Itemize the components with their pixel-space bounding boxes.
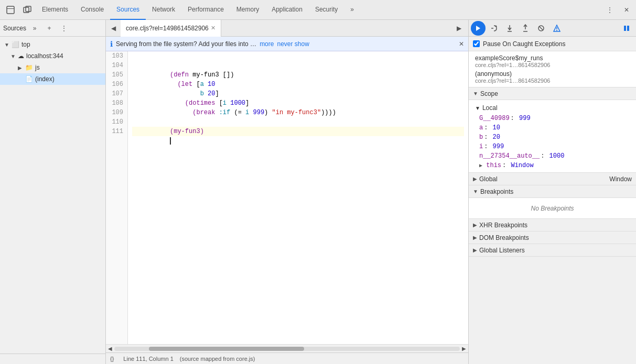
line-num-103: 103 — [110, 51, 123, 61]
code-line-104: (defn my-fun3 []) — [132, 61, 464, 70]
global-header[interactable]: ▶ Global Window — [469, 173, 636, 185]
breakpoints-content: No Breakpoints — [469, 198, 636, 219]
chevron-double-right-icon[interactable]: » — [28, 22, 41, 35]
close-devtools-icon[interactable]: ✕ — [619, 3, 634, 17]
global-listeners-header[interactable]: ▶ Global Listeners — [469, 244, 636, 257]
tree-item-localhost[interactable]: ▼ ☁ localhost:344 — [0, 50, 105, 62]
code-editor[interactable]: 103 104 105 106 107 108 109 110 111 (def… — [106, 51, 468, 344]
tab-more[interactable]: » — [344, 0, 360, 20]
step-over-button[interactable] — [487, 21, 501, 36]
folder-icon: 📁 — [25, 64, 33, 71]
tab-console[interactable]: Console — [74, 0, 110, 20]
pause-on-exception-icon[interactable] — [549, 21, 564, 36]
scroll-right-icon[interactable]: ▶ — [462, 346, 466, 351]
breakpoints-title: Breakpoints — [480, 188, 513, 195]
tab-application[interactable]: Application — [265, 0, 309, 20]
window-icon: ⬜ — [12, 41, 19, 48]
more-options-icon[interactable]: ⋮ — [58, 22, 70, 35]
editor-tab-core[interactable]: core.cljs?rel=1498614582906 ✕ — [121, 20, 221, 37]
global-value: Window — [609, 175, 632, 183]
tree-item-js[interactable]: ▶ 📁 js — [0, 62, 105, 73]
dom-breakpoints-header[interactable]: ▶ DOM Breakpoints — [469, 231, 636, 244]
tree-item-index-label: (index) — [35, 75, 55, 83]
scope-arrow-icon: ▼ — [473, 91, 478, 96]
scope-title: Scope — [480, 90, 498, 97]
call-stack-entry-2[interactable]: (anonymous) core.cljs?rel=1…8614582906 — [469, 69, 636, 85]
pause-resume-button[interactable] — [471, 21, 486, 36]
deactivate-breakpoints-icon[interactable] — [534, 21, 548, 36]
tree-item-top-label: top — [21, 41, 30, 48]
tree-item-js-label: js — [35, 64, 40, 71]
tree-item-top[interactable]: ▼ ⬜ top — [0, 39, 105, 50]
line-num-108: 108 — [110, 98, 123, 108]
debugger-toolbar — [469, 20, 636, 37]
editor-tab-bar: ◀ core.cljs?rel=1498614582906 ✕ ▶ — [106, 20, 468, 37]
breakpoints-header[interactable]: ▼ Breakpoints — [469, 185, 636, 198]
sources-secondary-bar: Sources » + ⋮ — [0, 20, 105, 37]
settings-icon[interactable]: ⋮ — [602, 3, 617, 17]
horizontal-scrollbar-track[interactable] — [114, 347, 460, 351]
dom-arrow-icon: ▶ — [473, 235, 477, 240]
file-sidebar: Sources » + ⋮ ▼ ⬜ top ▼ ☁ localhost:344 … — [0, 20, 106, 364]
local-title: Local — [482, 104, 498, 112]
line-num-109: 109 — [110, 108, 123, 117]
undock-icon[interactable] — [19, 0, 36, 20]
format-icon[interactable]: {} — [110, 356, 114, 362]
add-source-icon[interactable]: + — [43, 22, 56, 35]
call-stack-name-1: exampleScore$my_runs — [475, 54, 630, 62]
line-num-106: 106 — [110, 80, 123, 89]
line-num-111: 111 — [110, 127, 123, 136]
sidebar-resize-handle — [0, 354, 105, 364]
scope-item-i: i: 999 — [469, 142, 636, 151]
this-expand-icon: ▶ — [479, 163, 482, 169]
right-panel: Pause On Caught Exceptions exampleScore$… — [468, 20, 636, 364]
tab-sources[interactable]: Sources — [110, 0, 146, 20]
line-numbers: 103 104 105 106 107 108 109 110 111 — [106, 51, 128, 344]
step-into-button[interactable] — [502, 21, 517, 36]
pause-on-exceptions-label: Pause On Caught Exceptions — [483, 40, 565, 48]
info-more-link[interactable]: more — [260, 40, 274, 48]
code-content[interactable]: (defn my-fun3 []) (let [a 10 b 20] (doti… — [128, 51, 468, 344]
tab-network[interactable]: Network — [146, 0, 181, 20]
arrow-down-icon: ▼ — [4, 42, 12, 48]
file-icon: 📄 — [25, 75, 33, 83]
svg-point-14 — [556, 30, 557, 31]
tab-memory[interactable]: Memory — [230, 0, 265, 20]
scope-section: ▼ Scope ▼ Local G__40989: 999 a: 10 b: 2… — [469, 87, 636, 364]
main-layout: Sources » + ⋮ ▼ ⬜ top ▼ ☁ localhost:344 … — [0, 20, 636, 364]
line-num-110: 110 — [110, 117, 123, 127]
breakpoints-arrow-icon: ▼ — [473, 189, 478, 194]
svg-line-11 — [539, 26, 543, 30]
xhr-arrow-icon: ▶ — [473, 222, 477, 228]
scope-item-g40989: G__40989: 999 — [469, 114, 636, 123]
dock-icon[interactable] — [2, 0, 19, 20]
xhr-breakpoints-header[interactable]: ▶ XHR Breakpoints — [469, 219, 636, 231]
info-close-icon[interactable]: ✕ — [459, 40, 464, 48]
tab-performance[interactable]: Performance — [181, 0, 230, 20]
cloud-icon: ☁ — [18, 52, 24, 60]
cursor-position: Line 111, Column 1 — [123, 356, 173, 362]
info-never-show-link[interactable]: never show — [277, 40, 309, 48]
local-header[interactable]: ▼ Local — [469, 102, 636, 114]
editor-scrollbar[interactable]: ◀ ▶ — [106, 344, 468, 352]
tree-item-index[interactable]: 📄 (index) — [0, 73, 105, 85]
step-out-button[interactable] — [518, 21, 533, 36]
editor-area: ◀ core.cljs?rel=1498614582906 ✕ ▶ ℹ Serv… — [106, 20, 468, 364]
code-line-103 — [132, 51, 464, 61]
arrow-down-icon: ▼ — [10, 53, 18, 59]
editor-run-icon[interactable]: ▶ — [452, 22, 465, 35]
editor-tab-close-icon[interactable]: ✕ — [211, 25, 215, 31]
dom-breakpoints-title: DOM Breakpoints — [479, 234, 529, 241]
scope-item-this[interactable]: ▶ this: Window — [469, 161, 636, 170]
tab-elements[interactable]: Elements — [36, 0, 74, 20]
tab-security[interactable]: Security — [309, 0, 344, 20]
pause-indicator — [619, 21, 634, 36]
code-line-110: (my-fun3) — [132, 117, 464, 127]
call-stack-entry-1[interactable]: exampleScore$my_runs core.cljs?rel=1…861… — [469, 53, 636, 69]
horizontal-scrollbar-thumb[interactable] — [149, 347, 305, 351]
pause-on-exceptions-checkbox[interactable] — [473, 40, 480, 47]
scope-header[interactable]: ▼ Scope — [469, 87, 636, 100]
editor-nav-back-icon[interactable]: ◀ — [106, 20, 121, 37]
scroll-left-icon[interactable]: ◀ — [108, 346, 112, 351]
tree-item-localhost-label: localhost:344 — [26, 52, 63, 60]
